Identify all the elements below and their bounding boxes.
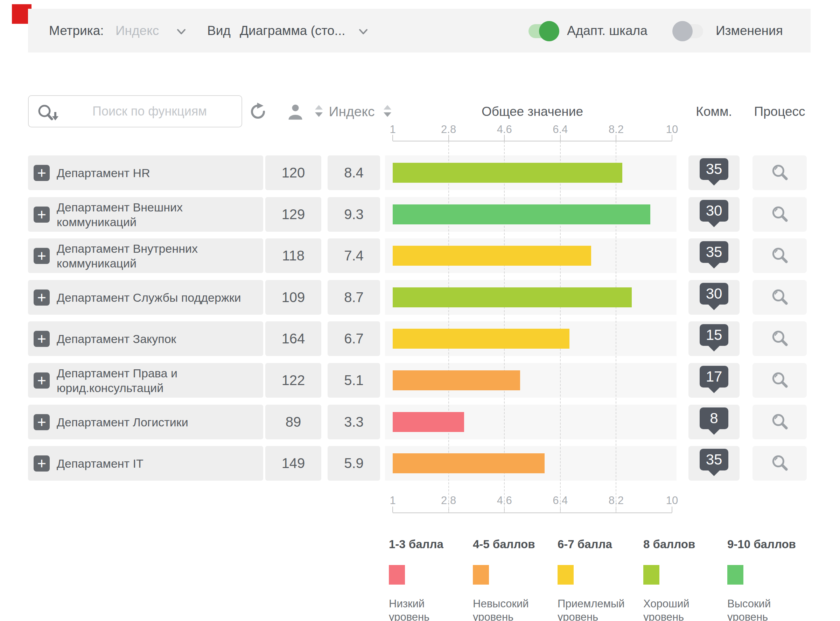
index-cell: 7.4: [328, 238, 380, 273]
count-value: 149: [265, 446, 321, 481]
comments-badge[interactable]: 15: [700, 324, 728, 346]
index-value: 8.4: [328, 155, 380, 190]
department-name: Департамент Закупок: [57, 332, 182, 346]
count-value: 122: [265, 363, 321, 398]
top-axis-line: [393, 141, 672, 141]
value-bar[interactable]: [393, 329, 569, 349]
refresh-icon[interactable]: [248, 102, 267, 121]
department-cell[interactable]: +Департамент Внутренних коммуникаций: [28, 238, 263, 273]
value-bar[interactable]: [393, 288, 632, 307]
department-name: Департамент IT: [57, 456, 149, 471]
department-name: Департамент Внутренних коммуникаций: [57, 241, 263, 271]
index-cell: 8.4: [328, 155, 380, 190]
adaptive-scale-label: Адапт. шкала: [567, 9, 648, 53]
process-cell: [752, 446, 807, 481]
value-bar[interactable]: [393, 412, 464, 432]
index-value: 6.7: [328, 321, 380, 356]
value-bar[interactable]: [393, 163, 622, 183]
legend-range-label: 6-7 балла: [557, 538, 638, 551]
process-cell: [752, 405, 807, 439]
person-icon[interactable]: [286, 103, 304, 121]
process-cell: [752, 280, 807, 315]
count-cell: 122: [265, 363, 321, 398]
process-zoom-icon[interactable]: [771, 205, 789, 224]
count-value: 109: [265, 280, 321, 315]
expand-plus-button[interactable]: +: [33, 456, 50, 471]
index-cell: 8.7: [328, 280, 380, 315]
value-bar[interactable]: [393, 204, 650, 224]
comments-cell: 17: [689, 363, 740, 398]
department-cell[interactable]: +Департамент Службы поддержки: [28, 280, 263, 315]
department-cell[interactable]: +Департамент Закупок: [28, 321, 263, 356]
expand-plus-button[interactable]: +: [33, 165, 50, 181]
toggle-knob: [539, 21, 559, 41]
expand-plus-button[interactable]: +: [33, 414, 50, 430]
process-zoom-icon[interactable]: [771, 288, 789, 307]
expand-plus-button[interactable]: +: [33, 373, 50, 389]
value-bar[interactable]: [393, 370, 520, 390]
toggle-knob: [672, 21, 693, 41]
comments-badge[interactable]: 30: [700, 283, 728, 304]
legend-item: 9-10 балловВысокий уровень: [727, 538, 808, 621]
legend-color-swatch: [727, 565, 743, 585]
process-zoom-icon[interactable]: [771, 247, 789, 265]
view-dropdown[interactable]: Диаграмма (сто...: [240, 9, 345, 53]
changes-toggle[interactable]: [674, 24, 703, 38]
sort-icon[interactable]: [384, 104, 391, 120]
comments-badge[interactable]: 17: [700, 366, 728, 388]
search-input[interactable]: [92, 99, 233, 124]
top-axis-tick: [560, 135, 561, 141]
count-cell: 120: [265, 155, 321, 190]
table-row: +Департамент Логистики893.38: [0, 405, 840, 439]
department-cell[interactable]: +Департамент HR: [28, 155, 263, 190]
process-cell: [752, 155, 807, 190]
comments-cell: 35: [689, 238, 740, 273]
comments-badge[interactable]: 35: [700, 241, 728, 263]
legend-level-label: Хороший уровень: [643, 597, 713, 621]
comments-badge[interactable]: 35: [700, 449, 728, 471]
department-name: Департамент Права и юрид.консультаций: [57, 366, 263, 395]
value-column-header: Общее значение: [393, 105, 672, 119]
expand-plus-button[interactable]: +: [33, 331, 50, 347]
department-cell[interactable]: +Департамент Права и юрид.консультаций: [28, 363, 263, 398]
search-icon: [37, 104, 60, 125]
department-name: Департамент Внешних коммуникаций: [57, 200, 263, 229]
toolbar: Метрика: Индекс Вид Диаграмма (сто... Ад…: [28, 9, 811, 53]
comments-badge[interactable]: 35: [700, 158, 728, 180]
adaptive-scale-toggle[interactable]: [528, 24, 558, 38]
expand-plus-button[interactable]: +: [33, 206, 50, 223]
expand-plus-button[interactable]: +: [33, 289, 50, 306]
process-zoom-icon[interactable]: [771, 371, 789, 390]
value-bar[interactable]: [393, 246, 591, 266]
process-cell: [752, 197, 807, 232]
department-name: Департамент Логистики: [57, 415, 194, 430]
value-bar[interactable]: [393, 453, 545, 473]
top-axis-tick-label: 1: [372, 123, 414, 136]
comments-cell: 8: [689, 405, 740, 439]
comments-badge[interactable]: 8: [700, 407, 728, 429]
count-cell: 129: [265, 197, 321, 232]
metric-dropdown[interactable]: Индекс: [115, 9, 159, 53]
process-zoom-icon[interactable]: [771, 329, 789, 348]
top-axis-tick: [672, 135, 672, 141]
changes-label: Изменения: [716, 9, 783, 53]
department-cell[interactable]: +Департамент IT: [28, 446, 263, 481]
legend-item: 4-5 балловНевысокий уровень: [473, 538, 553, 621]
process-zoom-icon[interactable]: [771, 164, 789, 182]
department-cell[interactable]: +Департамент Внешних коммуникаций: [28, 197, 263, 232]
top-axis-tick-label: 4.6: [483, 123, 525, 136]
count-value: 129: [265, 197, 321, 232]
comments-badge[interactable]: 30: [700, 200, 728, 221]
chevron-down-icon[interactable]: [177, 27, 186, 36]
sort-icon[interactable]: [315, 104, 323, 120]
comments-cell: 35: [689, 446, 740, 481]
index-column-header[interactable]: Индекс: [324, 104, 380, 120]
bottom-axis-tick-label: 10: [651, 494, 693, 507]
legend-color-swatch: [557, 565, 574, 585]
expand-plus-button[interactable]: +: [33, 248, 50, 264]
chevron-down-icon[interactable]: [359, 27, 368, 36]
department-cell[interactable]: +Департамент Логистики: [28, 405, 263, 439]
process-zoom-icon[interactable]: [771, 413, 789, 432]
process-zoom-icon[interactable]: [771, 454, 789, 473]
view-label: Вид: [207, 9, 231, 53]
